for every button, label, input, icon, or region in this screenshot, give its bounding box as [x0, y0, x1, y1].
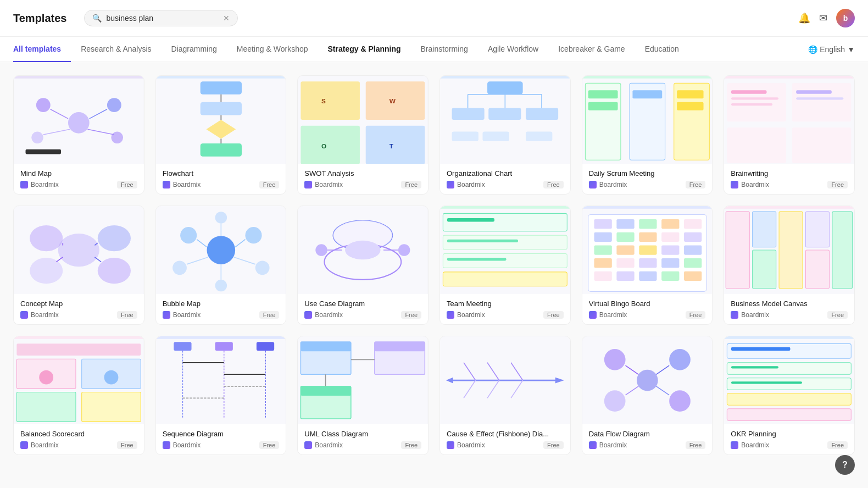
template-info: Organizational Chart Boardmix Free: [440, 164, 570, 194]
svg-rect-114: [594, 232, 611, 242]
template-card[interactable]: Balanced Scorecard Boardmix Free: [13, 336, 144, 455]
brand-name: Boardmix: [31, 181, 59, 188]
template-card[interactable]: Mind Map Boardmix Free: [13, 75, 144, 195]
svg-rect-55: [727, 83, 787, 121]
template-card[interactable]: Daily Scrum Meeting Boardmix Free: [582, 75, 713, 195]
template-name: OKR Planning: [731, 430, 848, 438]
template-card[interactable]: S W O T SWOT Analysis Boardmix Free: [297, 75, 429, 195]
template-brand: Boardmix: [447, 181, 485, 188]
template-card[interactable]: Virtual Bingo Board Boardmix Free: [582, 206, 713, 325]
tab-icebreaker[interactable]: Icebreaker & Game: [548, 37, 635, 62]
template-brand: Boardmix: [447, 441, 485, 449]
template-brand: Boardmix: [589, 441, 627, 449]
brand-name: Boardmix: [315, 441, 343, 449]
template-card[interactable]: Use Case Diagram Boardmix Free: [297, 206, 429, 325]
svg-rect-99: [443, 213, 567, 231]
brand-icon: [20, 441, 28, 449]
free-badge: Free: [259, 181, 280, 188]
template-card[interactable]: Cause & Effect (Fishbone) Dia... Boardmi…: [439, 336, 571, 455]
template-info: Data Flow Diagram Boardmix Free: [582, 424, 713, 454]
template-brand: Boardmix: [20, 311, 59, 319]
template-info: UML Class Diagram Boardmix Free: [298, 424, 428, 454]
language-selector[interactable]: 🌐 English ▼: [808, 45, 855, 54]
free-badge: Free: [259, 441, 280, 449]
svg-rect-156: [257, 342, 274, 351]
svg-rect-197: [727, 378, 852, 390]
svg-rect-198: [727, 393, 852, 406]
avatar[interactable]: b: [836, 9, 855, 27]
template-card[interactable]: Organizational Chart Boardmix Free: [439, 75, 571, 195]
mail-icon[interactable]: ✉: [819, 12, 827, 24]
tab-research[interactable]: Research & Analysis: [71, 37, 161, 62]
tab-diagramming[interactable]: Diagramming: [162, 37, 227, 62]
svg-rect-121: [639, 245, 656, 254]
brand-icon: [163, 181, 170, 188]
clear-icon[interactable]: ✕: [223, 14, 230, 23]
template-name: Data Flow Diagram: [589, 430, 706, 438]
svg-rect-154: [174, 342, 191, 351]
template-card[interactable]: Data Flow Diagram Boardmix Free: [582, 336, 713, 455]
tab-strategy[interactable]: Strategy & Planning: [318, 37, 411, 62]
svg-rect-102: [443, 272, 567, 286]
free-badge: Free: [117, 311, 137, 319]
template-card[interactable]: Team Meeting Boardmix Free: [439, 206, 571, 325]
template-card[interactable]: Business Model Canvas Boardmix Free: [724, 206, 855, 325]
template-thumbnail: [298, 336, 428, 424]
template-brand: Boardmix: [163, 311, 201, 319]
help-button[interactable]: ?: [835, 455, 855, 475]
brand-name: Boardmix: [599, 181, 627, 188]
notification-icon[interactable]: 🔔: [798, 12, 810, 24]
template-thumbnail: [440, 336, 570, 424]
svg-rect-110: [616, 219, 634, 229]
svg-rect-109: [594, 219, 611, 229]
template-card[interactable]: Bubble Map Boardmix Free: [155, 206, 287, 325]
brand-name: Boardmix: [741, 181, 769, 188]
svg-rect-24: [301, 126, 360, 164]
search-bar[interactable]: 🔍 ✕: [84, 10, 238, 26]
search-input[interactable]: [106, 14, 219, 23]
svg-rect-61: [731, 103, 772, 106]
tab-all-templates[interactable]: All templates: [13, 37, 71, 62]
free-badge: Free: [686, 311, 706, 319]
brand-name: Boardmix: [315, 311, 343, 319]
free-badge: Free: [686, 441, 706, 449]
svg-rect-120: [616, 245, 634, 254]
template-card[interactable]: Concept Map Boardmix Free: [13, 206, 144, 325]
tab-education[interactable]: Education: [635, 37, 689, 62]
tab-agile[interactable]: Agile Workflow: [478, 37, 548, 62]
svg-rect-104: [447, 240, 518, 242]
template-card[interactable]: Flowchart Boardmix Free: [155, 75, 287, 195]
template-thumbnail: [582, 76, 713, 164]
svg-rect-115: [616, 232, 634, 242]
svg-text:T: T: [390, 142, 394, 150]
svg-point-65: [58, 234, 99, 267]
brand-icon: [731, 311, 738, 319]
svg-rect-25: [366, 126, 425, 164]
tab-brainstorming[interactable]: Brainstorming: [411, 37, 478, 62]
template-card[interactable]: OKR Planning Boardmix Free: [724, 336, 855, 455]
template-thumbnail: [14, 206, 144, 294]
template-meta: Boardmix Free: [731, 181, 848, 188]
template-name: Mind Map: [20, 169, 137, 178]
tab-meeting[interactable]: Meeting & Workshop: [227, 37, 318, 62]
free-badge: Free: [543, 311, 564, 319]
lang-label: English: [820, 45, 845, 54]
svg-rect-14: [200, 81, 241, 95]
svg-point-5: [31, 132, 43, 144]
svg-point-3: [36, 98, 51, 112]
template-card[interactable]: Sequence Diagram Boardmix Free: [155, 336, 287, 455]
template-card[interactable]: UML Class Diagram Boardmix Free: [297, 336, 429, 455]
template-brand: Boardmix: [20, 181, 59, 188]
template-name: Bubble Map: [163, 300, 280, 308]
svg-rect-141: [806, 250, 830, 289]
template-card[interactable]: Brainwriting Boardmix Free: [724, 75, 855, 195]
svg-rect-145: [16, 343, 141, 356]
svg-rect-149: [82, 392, 141, 422]
free-badge: Free: [117, 181, 137, 188]
template-brand: Boardmix: [163, 441, 201, 449]
template-meta: Boardmix Free: [589, 441, 706, 449]
svg-point-93: [398, 244, 410, 256]
brand-name: Boardmix: [457, 311, 485, 319]
template-info: Concept Map Boardmix Free: [14, 294, 144, 324]
template-name: SWOT Analysis: [304, 169, 421, 178]
